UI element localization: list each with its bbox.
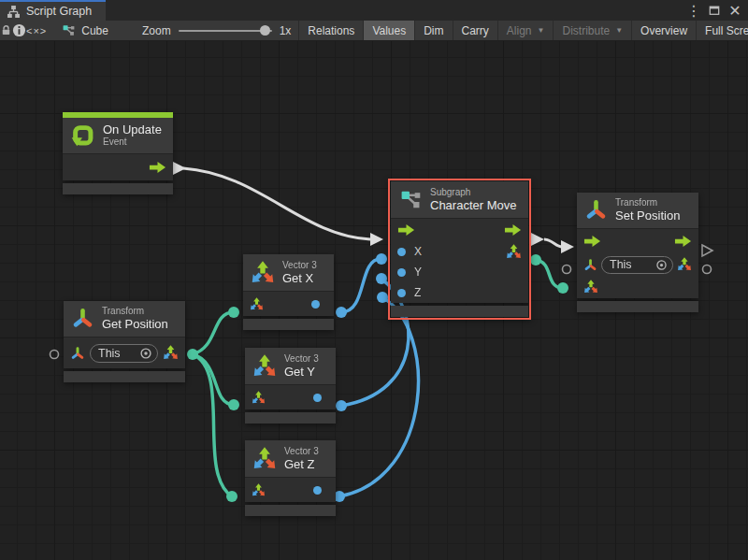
- node-get-position[interactable]: Transform Get Position This: [64, 301, 185, 382]
- tab-script-graph[interactable]: Script Graph: [0, 0, 106, 21]
- vector3-input-port-icon[interactable]: [250, 297, 264, 311]
- this-target-field[interactable]: This: [601, 256, 673, 274]
- zoom-slider-handle[interactable]: [260, 25, 270, 36]
- value-input-port-z[interactable]: [397, 289, 406, 297]
- node-subtitle: Vector 3: [284, 446, 319, 457]
- tab-title: Script Graph: [26, 5, 92, 18]
- zoom-slider[interactable]: [179, 30, 272, 32]
- node-title: Set Position: [615, 208, 680, 223]
- vector3-input-port-icon[interactable]: [583, 280, 598, 294]
- flow-input-port[interactable]: [583, 235, 601, 248]
- transform-input-port-icon[interactable]: [583, 258, 597, 272]
- wire-charactermove-to-setposition-value[interactable]: [536, 260, 562, 288]
- this-target-field[interactable]: This: [90, 344, 158, 363]
- on-update-event-icon: [70, 122, 95, 148]
- transform-icon: [71, 307, 94, 330]
- flow-output-port[interactable]: [674, 235, 692, 248]
- node-footer: [245, 505, 336, 516]
- graph-toolbar: <×> Cube Zoom 1x Relations Values Dim Ca…: [0, 21, 748, 41]
- node-footer: [577, 301, 698, 312]
- target-picker-icon: [139, 347, 152, 360]
- window-menu-button[interactable]: ⋮: [685, 2, 702, 19]
- node-footer: [63, 183, 173, 194]
- wire-arrowhead: [173, 162, 186, 175]
- fullscreen-button[interactable]: Full Screen: [696, 21, 748, 40]
- overview-button[interactable]: Overview: [631, 21, 696, 40]
- vector3-input-port-icon[interactable]: [252, 483, 266, 497]
- tab-bar: Script Graph ⋮ ✕: [0, 0, 748, 21]
- distribute-dropdown[interactable]: Distribute▼: [553, 21, 631, 40]
- wire-arrowhead: [370, 233, 383, 246]
- window-close-button[interactable]: ✕: [726, 2, 743, 19]
- node-subtitle: Event: [103, 136, 162, 148]
- node-character-move[interactable]: Subgraph Character Move X: [391, 181, 528, 317]
- node-title: Character Move: [430, 198, 516, 212]
- unconnected-port-setposition-value[interactable]: [703, 266, 712, 274]
- align-dropdown[interactable]: Align▼: [497, 21, 554, 40]
- flow-output-port[interactable]: [149, 161, 166, 174]
- info-icon[interactable]: [12, 21, 26, 40]
- node-get-x[interactable]: Vector 3 Get X: [243, 254, 334, 330]
- vector3-icon: [252, 447, 277, 471]
- unconnected-flow-port-setposition-out[interactable]: [702, 245, 712, 256]
- relations-button[interactable]: Relations: [298, 21, 363, 40]
- vector3-output-port-icon[interactable]: [163, 345, 179, 361]
- node-subtitle: Subgraph: [430, 187, 516, 198]
- node-get-y[interactable]: Vector 3 Get Y: [245, 348, 336, 424]
- node-subtitle: Transform: [102, 306, 168, 317]
- node-on-update[interactable]: On Update Event: [63, 112, 173, 194]
- value-output-port[interactable]: [313, 394, 322, 402]
- target-picker-icon: [655, 259, 668, 271]
- flow-input-port[interactable]: [397, 223, 415, 237]
- wire-arrowhead: [531, 233, 544, 246]
- node-footer: [243, 319, 334, 330]
- carry-button[interactable]: Carry: [453, 21, 497, 40]
- node-subtitle: Vector 3: [282, 260, 317, 271]
- unconnected-port-setposition-this[interactable]: [563, 266, 571, 274]
- tabbar-spacer: [106, 0, 685, 21]
- node-footer: [391, 306, 528, 317]
- node-title: Get X: [282, 271, 317, 285]
- graph-target-name[interactable]: Cube: [81, 21, 108, 40]
- window-maximize-button[interactable]: [706, 2, 723, 19]
- zoom-control: Zoom 1x: [135, 21, 298, 40]
- node-title: Get Position: [102, 317, 168, 331]
- value-input-port-y[interactable]: [397, 268, 406, 277]
- values-button[interactable]: Values: [363, 21, 414, 40]
- node-subtitle: Transform: [615, 197, 680, 208]
- value-input-port-x[interactable]: [397, 248, 406, 256]
- port-label-y: Y: [414, 266, 422, 279]
- transform-input-port-icon[interactable]: [70, 346, 85, 361]
- vector3-output-port-icon[interactable]: [506, 244, 522, 260]
- node-set-position[interactable]: Transform Set Position: [577, 193, 698, 312]
- dim-button[interactable]: Dim: [414, 21, 452, 40]
- port-label-x: X: [414, 245, 422, 258]
- graph-canvas[interactable]: On Update Event Tr: [0, 41, 748, 560]
- lock-icon[interactable]: [0, 21, 12, 40]
- wire-getz-to-z[interactable]: [339, 297, 418, 496]
- node-footer: [245, 412, 336, 424]
- value-output-port[interactable]: [313, 486, 322, 495]
- script-graph-window: Script Graph ⋮ ✕ <×>: [0, 0, 748, 560]
- node-get-z[interactable]: Vector 3 Get Z: [245, 440, 336, 516]
- node-title: Get Z: [284, 457, 319, 471]
- vector3-icon: [251, 261, 275, 285]
- wire-onupdate-to-charactermove[interactable]: [183, 168, 370, 239]
- vector3-input-port-icon[interactable]: [252, 391, 266, 405]
- code-view-icon[interactable]: <×>: [26, 21, 47, 40]
- node-subtitle: Vector 3: [284, 353, 319, 365]
- wire-getposition-to-getx[interactable]: [193, 312, 234, 354]
- graph-hierarchy-icon: [7, 5, 21, 19]
- flow-output-port[interactable]: [504, 223, 522, 237]
- port-label-z: Z: [414, 286, 421, 299]
- wire-charactermove-to-setposition[interactable]: [544, 239, 562, 247]
- chevron-down-icon: ▼: [538, 26, 545, 35]
- graph-target-icon: [47, 21, 81, 40]
- wire-arrowhead: [561, 240, 574, 253]
- node-footer: [64, 371, 185, 382]
- node-title: Get Y: [284, 365, 319, 379]
- wire-getx-to-x[interactable]: [341, 259, 381, 312]
- unconnected-port-getposition-this[interactable]: [50, 351, 59, 359]
- value-output-port[interactable]: [311, 300, 320, 309]
- vector3-output-port-icon[interactable]: [677, 257, 692, 272]
